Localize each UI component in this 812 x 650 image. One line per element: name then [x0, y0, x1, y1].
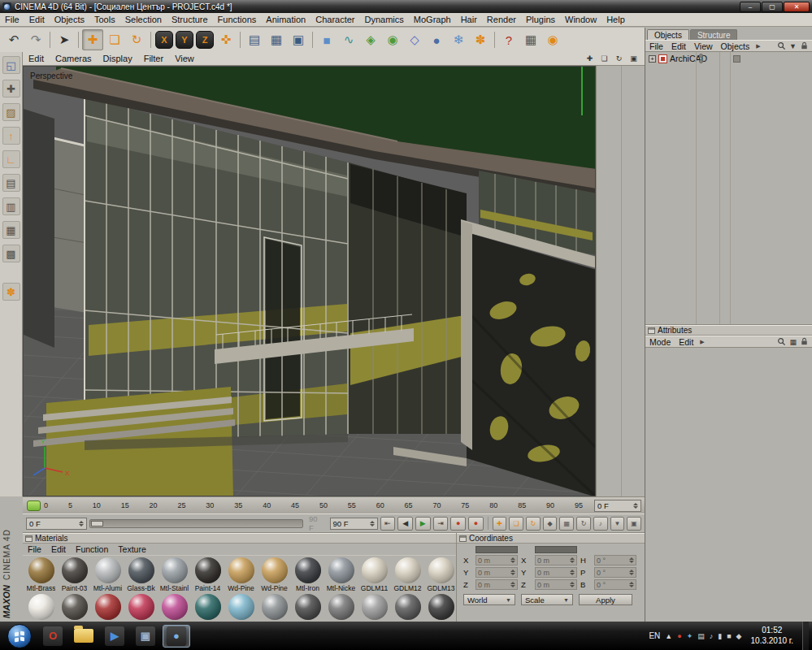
lock-x-axis-icon[interactable]: X: [155, 31, 173, 49]
show-desktop-button[interactable]: [802, 622, 809, 650]
material-item[interactable]: [258, 594, 290, 620]
volume-icon[interactable]: ♪: [710, 632, 714, 640]
sound-toggle[interactable]: ♪: [593, 517, 608, 531]
material-sphere[interactable]: [195, 594, 221, 620]
material-item[interactable]: [92, 594, 124, 620]
material-sphere[interactable]: [95, 594, 121, 620]
menu-hair[interactable]: Hair: [456, 15, 482, 24]
minimize-button[interactable]: –: [740, 2, 761, 12]
goto-end-button[interactable]: ⇥: [433, 517, 449, 531]
panel-splitter-area[interactable]: [596, 66, 645, 496]
value-stepper[interactable]: [629, 582, 634, 587]
texture-mode-icon[interactable]: ▨: [2, 103, 20, 121]
material-sphere[interactable]: [95, 557, 121, 583]
search-icon[interactable]: [777, 41, 786, 50]
panel-icon[interactable]: [459, 535, 467, 542]
lock-icon[interactable]: [800, 41, 809, 50]
maximize-button[interactable]: ▢: [762, 2, 783, 12]
playback-loop-toggle[interactable]: ↻: [576, 517, 591, 531]
add-mograph-icon[interactable]: ✽: [470, 29, 491, 50]
material-item[interactable]: [325, 594, 357, 620]
expand-icon[interactable]: +: [649, 55, 656, 63]
material-item[interactable]: [392, 594, 423, 620]
material-item[interactable]: Mtl-Alumi: [92, 557, 124, 592]
size-y-field[interactable]: 0 m: [535, 567, 577, 578]
material-item[interactable]: [225, 594, 257, 620]
material-sphere[interactable]: [162, 594, 188, 620]
menu-dynamics[interactable]: Dynamics: [360, 15, 409, 24]
goto-start-button[interactable]: ⇤: [380, 517, 396, 531]
value-stepper[interactable]: [510, 582, 515, 587]
content-browser-icon[interactable]: ◉: [542, 29, 563, 50]
language-indicator[interactable]: EN: [649, 631, 660, 640]
material-sphere[interactable]: [128, 557, 154, 583]
key-scale-toggle[interactable]: ❏: [509, 517, 523, 531]
menu-tools[interactable]: Tools: [89, 15, 120, 24]
value-stepper[interactable]: [510, 570, 515, 575]
rot-h-field[interactable]: 0 °: [594, 555, 636, 566]
material-item[interactable]: [425, 594, 456, 620]
lock-z-axis-icon[interactable]: Z: [196, 31, 214, 49]
material-sphere[interactable]: [228, 557, 254, 583]
menu-window[interactable]: Window: [560, 15, 601, 24]
render-view-icon[interactable]: ▤: [244, 29, 265, 50]
zoom-view-icon[interactable]: ❏: [598, 54, 610, 64]
materials-menu-texture[interactable]: Texture: [113, 544, 150, 554]
attributes-menu-edit[interactable]: Edit: [675, 337, 697, 347]
render-settings-icon[interactable]: ▦: [266, 29, 287, 50]
viewport-menu-cameras[interactable]: Cameras: [50, 54, 98, 63]
menu-structure[interactable]: Structure: [167, 15, 213, 24]
add-particles-icon[interactable]: ❄: [448, 29, 469, 50]
taskbar-clock[interactable]: 01:52 10.3.2010 г.: [747, 626, 797, 646]
taskbar-cinema4d-icon[interactable]: ●: [163, 625, 190, 648]
material-sphere[interactable]: [228, 594, 254, 620]
current-frame-field[interactable]: 0 F: [594, 500, 641, 512]
material-item[interactable]: Paint-03: [59, 557, 90, 592]
value-stepper[interactable]: [510, 557, 515, 563]
value-stepper[interactable]: [570, 570, 575, 575]
material-item[interactable]: [158, 594, 190, 620]
layout-icon[interactable]: ▦: [520, 29, 541, 50]
menu-selection[interactable]: Selection: [120, 15, 167, 24]
tab-objects[interactable]: Objects: [647, 29, 689, 40]
panel-icon[interactable]: [648, 327, 655, 334]
material-item[interactable]: [25, 594, 57, 620]
grid-icon[interactable]: ▦: [789, 338, 797, 346]
play-button[interactable]: ▶: [415, 517, 431, 531]
menu-file[interactable]: File: [0, 15, 24, 24]
materials-menu-function[interactable]: Function: [71, 544, 113, 554]
material-sphere[interactable]: [428, 594, 454, 620]
material-item[interactable]: Mtl-Brass: [25, 557, 57, 592]
objects-menu-view[interactable]: View: [690, 41, 717, 51]
material-sphere[interactable]: [295, 557, 321, 583]
objects-menu-objects[interactable]: Objects: [717, 41, 754, 51]
object-state-box[interactable]: [733, 55, 740, 63]
material-item[interactable]: Wd-Pine: [258, 557, 290, 592]
range-start-stepper[interactable]: [79, 521, 84, 526]
value-stepper[interactable]: [570, 557, 575, 563]
filter-icon[interactable]: ▼: [789, 42, 797, 50]
material-sphere[interactable]: [428, 557, 454, 583]
playback-rate-toggle[interactable]: ▼: [610, 517, 625, 531]
power-icon[interactable]: ◆: [736, 632, 742, 640]
rotate-view-icon[interactable]: ↻: [613, 54, 625, 64]
workplane-mode-icon[interactable]: ∟: [2, 150, 20, 168]
menu-plugins[interactable]: Plugins: [521, 15, 560, 24]
material-sphere[interactable]: [295, 594, 321, 620]
taskbar-explorer-icon[interactable]: [70, 625, 98, 648]
taskbar-opera-icon[interactable]: O: [39, 625, 67, 648]
apply-button[interactable]: Apply: [579, 594, 632, 605]
key-pla-toggle[interactable]: ▦: [559, 517, 574, 531]
attributes-menu-mode[interactable]: Mode: [645, 337, 675, 347]
pos-x-field[interactable]: 0 m: [475, 555, 518, 566]
playback-options-toggle[interactable]: ▣: [627, 517, 641, 531]
add-spline-icon[interactable]: ∿: [338, 29, 359, 50]
material-sphere[interactable]: [395, 557, 421, 583]
objects-menu-edit[interactable]: Edit: [667, 41, 690, 51]
lock-y-axis-icon[interactable]: Y: [176, 31, 193, 49]
material-sphere[interactable]: [395, 594, 421, 620]
scene-canvas[interactable]: Y X: [24, 67, 596, 496]
material-sphere[interactable]: [262, 557, 288, 583]
object-axis-mode-icon[interactable]: ↑: [2, 127, 20, 145]
model-mode-icon[interactable]: ✚: [2, 80, 20, 98]
